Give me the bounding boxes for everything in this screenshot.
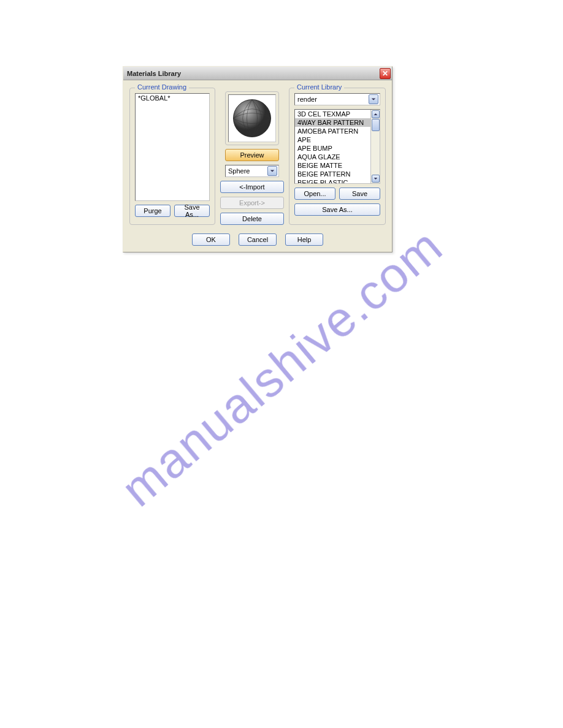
list-item[interactable]: APE [295,135,370,144]
preview-column: Preview Sphere <-Import Export-> Delete [220,88,284,225]
library-select-value: render [297,96,317,103]
preview-button[interactable]: Preview [225,149,279,161]
list-item[interactable]: AQUA GLAZE [295,153,370,161]
scroll-down-icon[interactable] [372,175,380,183]
list-item[interactable]: 4WAY BAR PATTERN [295,118,370,127]
purge-button[interactable]: Purge [135,205,170,217]
scroll-thumb[interactable] [372,119,380,131]
titlebar: Materials Library ✕ [123,67,392,80]
material-preview [228,94,276,142]
chevron-down-icon[interactable] [369,94,378,104]
open-button[interactable]: Open... [294,188,335,200]
shape-select[interactable]: Sphere [225,165,279,177]
save-button[interactable]: Save [339,188,380,200]
library-list[interactable]: 3D CEL TEXMAP4WAY BAR PATTERNAMOEBA PATT… [295,110,370,183]
list-item[interactable]: *GLOBAL* [136,94,209,102]
close-button[interactable]: ✕ [380,68,391,79]
help-button[interactable]: Help [285,233,323,246]
dialog-body: Current Drawing *GLOBAL* Purge Save As..… [123,80,392,231]
export-button: Export-> [220,197,284,209]
close-icon: ✕ [382,69,388,78]
dialog-title: Materials Library [127,70,181,77]
dialog-footer: OK Cancel Help [123,231,392,252]
delete-button[interactable]: Delete [220,213,284,225]
list-item[interactable]: BEIGE PATTERN [295,170,370,178]
list-item[interactable]: AMOEBA PATTERN [295,127,370,135]
library-saveas-button[interactable]: Save As... [294,203,380,216]
svg-point-0 [233,99,270,137]
drawing-saveas-button[interactable]: Save As... [174,205,210,217]
ok-button[interactable]: OK [192,233,230,246]
cancel-button[interactable]: Cancel [239,233,277,246]
current-library-legend: Current Library [294,83,344,91]
sphere-preview-icon [231,97,274,140]
library-select[interactable]: render [294,93,380,105]
list-item[interactable]: BEIGE PLASTIC [295,178,370,183]
scroll-up-icon[interactable] [372,110,380,118]
shape-select-value: Sphere [228,167,250,175]
current-library-group: Current Library render 3D CEL TEXMAP4WAY… [289,88,386,225]
scrollbar[interactable] [370,110,380,183]
chevron-down-icon[interactable] [267,166,277,176]
current-drawing-list[interactable]: *GLOBAL* [135,93,210,201]
import-button[interactable]: <-Import [220,181,284,193]
current-drawing-legend: Current Drawing [135,83,189,91]
list-item[interactable]: APE BUMP [295,144,370,153]
current-drawing-group: Current Drawing *GLOBAL* Purge Save As..… [129,88,215,225]
list-item[interactable]: 3D CEL TEXMAP [295,110,370,118]
list-item[interactable]: BEIGE MATTE [295,161,370,170]
materials-library-dialog: Materials Library ✕ Current Drawing *GLO… [123,66,393,252]
preview-frame [225,91,279,145]
